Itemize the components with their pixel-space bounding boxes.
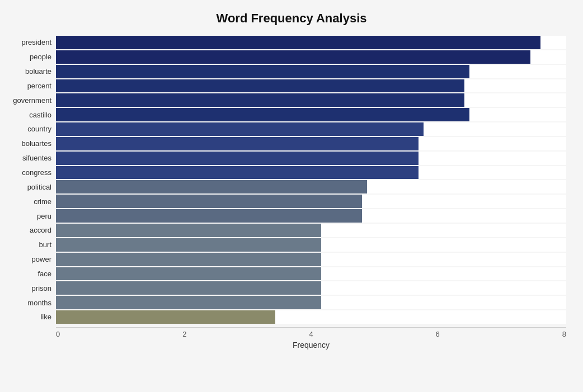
bar-row: castillo: [56, 108, 566, 121]
bar-row: boluartes: [56, 137, 566, 150]
bar-fill: [56, 180, 367, 193]
bar-row: sifuentes: [56, 152, 566, 165]
x-tick: 4: [309, 330, 313, 338]
bar-row: government: [56, 93, 566, 107]
bar-label: burt: [6, 240, 56, 249]
bar-label: castillo: [6, 111, 56, 119]
bar-label: like: [6, 313, 56, 321]
bar-row: congress: [56, 166, 566, 180]
bar-fill: [56, 296, 321, 309]
bar-fill: [56, 224, 321, 237]
bar-track: [56, 93, 566, 107]
bar-fill: [56, 122, 424, 136]
bar-label: political: [6, 183, 56, 191]
bar-fill: [56, 238, 321, 252]
bar-track: [56, 267, 566, 281]
bar-fill: [56, 50, 530, 64]
bar-track: [56, 281, 566, 295]
bar-label: peru: [6, 212, 56, 220]
bar-fill: [56, 152, 419, 165]
bar-row: face: [56, 267, 566, 281]
bar-label: congress: [6, 168, 56, 177]
bar-row: percent: [56, 79, 566, 93]
bar-track: [56, 122, 566, 136]
bar-row: burt: [56, 238, 566, 252]
x-tick: 8: [562, 330, 566, 338]
x-tick: 6: [436, 330, 440, 338]
bar-fill: [56, 253, 321, 266]
bar-track: [56, 137, 566, 150]
chart-area: presidentpeopleboluartepercentgovernment…: [56, 36, 566, 350]
bar-fill: [56, 65, 469, 78]
bar-row: people: [56, 50, 566, 64]
bar-fill: [56, 310, 275, 324]
bar-row: political: [56, 180, 566, 193]
bar-track: [56, 79, 566, 93]
bar-row: president: [56, 36, 566, 49]
bar-fill: [56, 93, 464, 107]
bar-track: [56, 166, 566, 180]
bar-row: power: [56, 253, 566, 266]
bar-fill: [56, 79, 464, 93]
bar-track: [56, 195, 566, 208]
bar-fill: [56, 108, 469, 121]
bar-track: [56, 50, 566, 64]
bar-row: like: [56, 310, 566, 324]
x-tick: 0: [56, 330, 60, 338]
bar-label: government: [6, 96, 56, 105]
bar-track: [56, 310, 566, 324]
bar-label: percent: [6, 82, 56, 90]
bar-track: [56, 65, 566, 78]
chart-container: Word Frequency Analysis presidentpeopleb…: [0, 0, 583, 392]
bar-row: country: [56, 122, 566, 136]
bar-track: [56, 180, 566, 193]
bar-track: [56, 108, 566, 121]
bar-fill: [56, 36, 540, 49]
x-axis-inner: 02468: [56, 327, 566, 338]
bar-label: boluartes: [6, 139, 56, 148]
x-axis: 02468: [56, 327, 566, 338]
bar-track: [56, 36, 566, 49]
bar-fill: [56, 137, 419, 150]
bar-label: power: [6, 255, 56, 263]
bar-track: [56, 296, 566, 309]
bar-track: [56, 224, 566, 237]
bar-label: boluarte: [6, 67, 56, 75]
bar-fill: [56, 209, 362, 223]
bar-fill: [56, 281, 321, 295]
bar-track: [56, 152, 566, 165]
bar-label: months: [6, 299, 56, 307]
x-axis-label: Frequency: [56, 341, 566, 350]
bar-fill: [56, 267, 321, 281]
bar-label: accord: [6, 226, 56, 234]
bar-row: peru: [56, 209, 566, 223]
bar-fill: [56, 195, 362, 208]
bar-label: president: [6, 38, 56, 46]
bar-label: country: [6, 125, 56, 133]
bar-label: crime: [6, 197, 56, 206]
bar-row: crime: [56, 195, 566, 208]
bar-row: boluarte: [56, 65, 566, 78]
bar-label: prison: [6, 284, 56, 292]
bar-row: accord: [56, 224, 566, 237]
chart-title: Word Frequency Analysis: [17, 11, 566, 26]
bar-track: [56, 209, 566, 223]
bar-track: [56, 253, 566, 266]
bar-fill: [56, 166, 419, 180]
bar-label: face: [6, 270, 56, 278]
bars-section: presidentpeopleboluartepercentgovernment…: [56, 36, 566, 324]
bar-row: prison: [56, 281, 566, 295]
bar-label: sifuentes: [6, 154, 56, 162]
bar-track: [56, 238, 566, 252]
bar-label: people: [6, 53, 56, 61]
x-tick: 2: [182, 330, 186, 338]
bar-row: months: [56, 296, 566, 309]
